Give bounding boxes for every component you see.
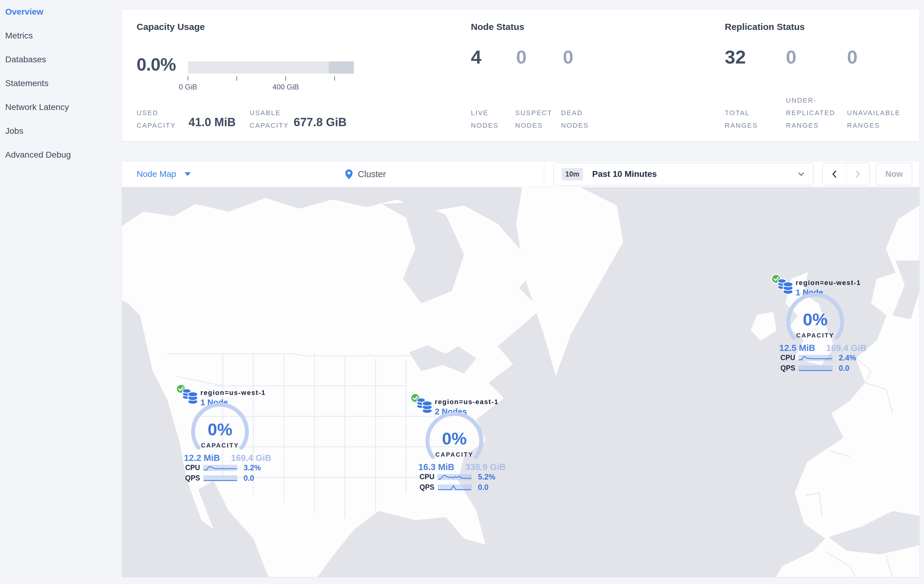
under-replicated-count: 0 (786, 46, 796, 68)
map-pin-icon (345, 169, 353, 179)
qps-sparkline (203, 475, 238, 481)
landmass-greenland (516, 187, 623, 376)
sidebar-item-advanced-debug[interactable]: Advanced Debug (0, 143, 120, 167)
cpu-sparkline (437, 474, 472, 480)
dead-nodes-count: 0 (563, 46, 573, 68)
suspect-nodes-label: SUSPECT NODES (515, 107, 561, 132)
usable-capacity-value: 677.8 GiB (294, 116, 346, 129)
cpu-sparkline (799, 355, 833, 361)
sidebar-item-metrics[interactable]: Metrics (0, 24, 120, 48)
qps-label: QPS (185, 474, 203, 482)
chevron-left-icon (832, 170, 837, 178)
capacity-percent: 0.0% (137, 54, 176, 74)
qps-label: QPS (780, 364, 799, 372)
cpu-sparkline (203, 465, 238, 471)
cpu-value: 5.2% (478, 472, 495, 481)
qps-value: 0.0 (839, 364, 850, 373)
cpu-value: 2.4% (839, 354, 856, 362)
time-range-badge: 10m (562, 168, 583, 181)
region-total-capacity: 338.9 GiB (465, 462, 506, 472)
total-ranges-label: TOTAL RANGES (725, 107, 764, 132)
cpu-label: CPU (185, 464, 203, 472)
total-ranges-count: 32 (725, 46, 746, 68)
cpu-label: CPU (419, 473, 437, 481)
gauge-percent: 0% (190, 419, 251, 439)
sidebar: Overview Metrics Databases Statements Ne… (0, 0, 120, 584)
capacity-tick (334, 76, 335, 81)
gauge-capacity-label: CAPACITY (785, 332, 846, 339)
usable-capacity-label: USABLE CAPACITY (250, 107, 300, 132)
unavailable-ranges-count: 0 (847, 46, 857, 68)
gauge-capacity-label: CAPACITY (424, 451, 485, 458)
toolbar-divider (544, 161, 544, 187)
region-marker-eu-west-1: region=eu-west-1 1 Node 0% CAPACITY 12.5… (771, 273, 871, 375)
region-marker-us-west-1: region=us-west-1 1 Node 0% CAPACITY 12.2… (175, 383, 276, 485)
region-marker-us-east-1: region=us-east-1 2 Nodes 0% CAPACITY 16.… (410, 393, 511, 494)
capacity-tick-label-0: 0 GiB (167, 83, 209, 91)
qps-sparkline (799, 365, 833, 372)
cpu-label: CPU (780, 354, 799, 362)
time-range-label: Past 10 Minutes (592, 169, 657, 179)
region-total-capacity: 169.4 GiB (231, 453, 271, 463)
world-map (122, 187, 919, 577)
breadcrumb[interactable]: Cluster (345, 161, 386, 187)
capacity-tick (188, 76, 188, 81)
region-name[interactable]: region=us-west-1 (200, 389, 266, 397)
capacity-bar (188, 61, 354, 74)
chevron-right-icon (856, 170, 860, 178)
node-map: region=us-west-1 1 Node 0% CAPACITY 12.2… (122, 187, 919, 577)
region-total-capacity: 169.4 GiB (826, 343, 866, 353)
region-used-capacity: 12.5 MiB (779, 343, 815, 353)
breadcrumb-label: Cluster (358, 169, 386, 179)
capacity-tick-label-400: 400 GiB (264, 83, 307, 91)
node-status-title: Node Status (471, 22, 524, 32)
capacity-tick (285, 76, 286, 81)
time-range-dropdown[interactable]: 10m Past 10 Minutes (553, 163, 813, 186)
region-name[interactable]: region=us-east-1 (435, 398, 499, 406)
cpu-value: 3.2% (244, 463, 261, 472)
view-selector-dropdown[interactable]: Node Map (137, 161, 191, 187)
unavailable-ranges-label: UNAVAILABLE RANGES (847, 107, 910, 132)
under-replicated-label: UNDER-REPLICATED RANGES (786, 94, 842, 132)
time-pager (822, 163, 870, 186)
time-back-button[interactable] (823, 163, 846, 185)
region-used-capacity: 12.2 MiB (184, 453, 220, 463)
gauge-percent: 0% (424, 429, 485, 448)
node-map-card: Node Map Cluster 10m Past 10 Minutes (122, 161, 920, 577)
capacity-bar-reserved-segment (329, 61, 354, 74)
sidebar-item-databases[interactable]: Databases (0, 48, 120, 71)
view-selector-label: Node Map (137, 169, 176, 179)
now-button[interactable]: Now (876, 163, 912, 186)
live-nodes-count: 4 (471, 46, 481, 68)
qps-value: 0.0 (244, 474, 254, 483)
qps-sparkline (437, 484, 472, 490)
qps-value: 0.0 (478, 483, 488, 492)
sidebar-item-overview[interactable]: Overview (0, 0, 120, 24)
suspect-nodes-count: 0 (516, 46, 526, 68)
sidebar-item-network-latency[interactable]: Network Latency (0, 95, 120, 119)
capacity-tick (236, 76, 237, 81)
sidebar-item-statements[interactable]: Statements (0, 71, 120, 95)
replication-status-title: Replication Status (725, 22, 805, 32)
gauge-percent: 0% (785, 309, 846, 329)
gauge-capacity-label: CAPACITY (190, 442, 251, 449)
chevron-down-icon (798, 172, 805, 176)
used-capacity-label: USED CAPACITY (137, 107, 187, 132)
region-name[interactable]: region=eu-west-1 (796, 279, 861, 287)
time-forward-button[interactable] (846, 163, 870, 185)
used-capacity-value: 41.0 MiB (188, 116, 236, 129)
cluster-summary-card: Capacity Usage 0.0% 0 GiB 400 GiB USED C… (122, 9, 920, 141)
cluster-overview-page: Overview Metrics Databases Statements Ne… (0, 0, 924, 584)
capacity-usage-title: Capacity Usage (137, 22, 205, 32)
caret-down-icon (185, 172, 191, 176)
region-used-capacity: 16.3 MiB (418, 462, 454, 472)
sidebar-item-jobs[interactable]: Jobs (0, 119, 120, 143)
map-toolbar: Node Map Cluster 10m Past 10 Minutes (122, 161, 919, 187)
qps-label: QPS (419, 483, 437, 492)
dead-nodes-label: DEAD NODES (561, 107, 601, 132)
live-nodes-label: LIVE NODES (471, 107, 511, 132)
